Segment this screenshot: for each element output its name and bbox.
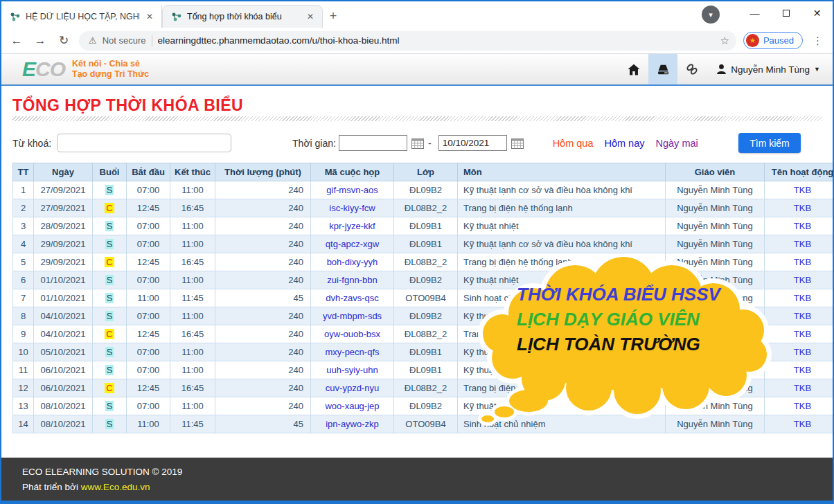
cell-start: 07:00: [127, 397, 170, 415]
meeting-code-link[interactable]: kpr-jyze-kkf: [329, 221, 375, 231]
meeting-code-link[interactable]: cuv-ypzd-nyu: [326, 383, 379, 393]
meeting-code-link[interactable]: uuh-syiy-uhn: [326, 365, 378, 375]
cell-date: 27/09/2021: [34, 199, 93, 217]
tab-tong-hop-tkb[interactable]: Tổng hợp thời khóa biểu ✕: [162, 5, 323, 28]
table-row: 429/09/2021S07:0011:00240qtg-apcz-xgwĐL0…: [13, 235, 834, 253]
cell-date: 04/10/2021: [34, 307, 93, 325]
user-menu[interactable]: Nguyễn Minh Tùng ▼: [707, 54, 820, 84]
tkb-link[interactable]: TKB: [794, 419, 811, 429]
meeting-code-link[interactable]: woo-xaug-jep: [325, 401, 379, 411]
forward-icon[interactable]: →: [32, 34, 48, 48]
tkb-link[interactable]: TKB: [794, 221, 811, 231]
cell-start: 12:45: [127, 199, 170, 217]
tab-he-du-lieu[interactable]: HỆ DỮ LIỆU HỌC TẬP, NGHIÊN C ✕: [1, 5, 162, 28]
today-link[interactable]: Hôm nay: [604, 138, 644, 149]
cell-date: 01/10/2021: [34, 289, 93, 307]
date-from-calendar-button[interactable]: [411, 138, 424, 149]
cell-duration: 240: [215, 325, 311, 343]
profile-paused-badge[interactable]: ★ Paused: [743, 32, 803, 49]
cell-date: 27/09/2021: [34, 181, 93, 199]
back-icon[interactable]: ←: [8, 34, 25, 48]
tab-close-icon[interactable]: ✕: [305, 12, 315, 21]
tkb-link[interactable]: TKB: [794, 311, 811, 321]
tkb-link[interactable]: TKB: [794, 347, 811, 357]
cell-meeting-code: uuh-syiy-uhn: [311, 361, 394, 379]
column-header: Kết thúc: [170, 163, 215, 181]
tab-favicon-icon: [171, 11, 182, 22]
tkb-link[interactable]: TKB: [794, 239, 811, 249]
close-button[interactable]: ✕: [801, 1, 833, 25]
yesterday-link[interactable]: Hôm qua: [553, 138, 594, 149]
cell-meeting-code: gif-msvn-aos: [311, 181, 394, 199]
eco-logo-text: ECO: [22, 57, 65, 81]
cell-date: 06/10/2021: [34, 361, 93, 379]
tkb-link[interactable]: TKB: [794, 257, 811, 267]
column-header: Bắt đầu: [127, 163, 170, 181]
tomorrow-link[interactable]: Ngày mai: [656, 138, 698, 149]
reload-icon[interactable]: ↻: [55, 33, 72, 48]
tkb-link[interactable]: TKB: [794, 365, 811, 375]
session-badge: S: [105, 347, 114, 357]
session-badge: S: [105, 239, 114, 249]
cell-end: 16:45: [170, 253, 215, 271]
bookmark-star-icon[interactable]: ☆: [720, 35, 729, 47]
tab-title: Tổng hợp thời khóa biểu: [187, 12, 301, 21]
cell-session: S: [93, 271, 127, 289]
session-badge: S: [105, 401, 114, 411]
meeting-code-link[interactable]: oyw-ouob-bsx: [324, 329, 380, 339]
cell-session: C: [93, 325, 127, 343]
tab-close-icon[interactable]: ✕: [145, 12, 154, 21]
home-nav-button[interactable]: [619, 54, 648, 84]
cell-end: 11:45: [170, 415, 215, 433]
schedule-nav-button[interactable]: [648, 54, 677, 84]
session-badge: S: [105, 275, 114, 285]
tkb-link[interactable]: TKB: [794, 203, 811, 213]
tkb-link[interactable]: TKB: [794, 329, 811, 339]
cell-meeting-code: zui-fgnn-bbn: [311, 271, 394, 289]
links-nav-button[interactable]: [677, 54, 707, 84]
date-from-input[interactable]: [339, 135, 407, 151]
cell-end: 11:00: [170, 397, 215, 415]
keyword-input[interactable]: [57, 134, 231, 152]
date-to-input[interactable]: [438, 135, 507, 151]
cell-date: 29/09/2021: [34, 253, 93, 271]
tkb-link[interactable]: TKB: [794, 185, 811, 195]
tkb-link[interactable]: TKB: [794, 275, 811, 285]
session-badge: C: [105, 203, 114, 213]
eco-logo[interactable]: ECO Kết nối - Chia sẻ Tạo dựng Tri Thức: [1, 54, 149, 84]
maximize-button[interactable]: [770, 1, 801, 25]
bubble-text: THỜI KHÓA BIỂU HSSV LỊCH DẠY GIÁO VIÊN L…: [517, 282, 720, 357]
meeting-code-link[interactable]: yvd-mbpm-sds: [323, 311, 382, 321]
cell-class: ĐL09B2: [394, 271, 458, 289]
minimize-button[interactable]: —: [739, 1, 770, 25]
date-to-calendar-button[interactable]: [511, 138, 524, 149]
cell-subject: Kỹ thuật nhiệt: [458, 217, 666, 235]
meeting-code-link[interactable]: ipn-aywo-zkp: [326, 419, 379, 429]
tkb-link[interactable]: TKB: [794, 401, 811, 411]
bubble-line-1: THỜI KHÓA BIỂU HSSV: [517, 282, 720, 307]
menu-kebab-icon[interactable]: ⋮: [810, 35, 826, 47]
footer-link[interactable]: www.Eco.edu.vn: [81, 482, 150, 492]
cell-activity: TKB: [765, 181, 834, 199]
search-button[interactable]: Tìm kiếm: [738, 133, 801, 153]
meeting-code-link[interactable]: isc-kiyy-fcw: [329, 203, 375, 213]
url-box[interactable]: ⚠ Not secure elearningdttec.phanmemdaota…: [79, 31, 736, 51]
meeting-code-link[interactable]: gif-msvn-aos: [326, 185, 378, 195]
media-control-icon[interactable]: ▾: [702, 6, 720, 24]
cell-session: S: [93, 217, 127, 235]
session-badge: C: [105, 257, 114, 267]
meeting-code-link[interactable]: qtg-apcz-xgw: [326, 239, 379, 249]
meeting-code-link[interactable]: dvh-zavs-qsc: [326, 293, 379, 303]
meeting-code-link[interactable]: boh-dixy-yyh: [327, 257, 378, 267]
cell-duration: 240: [215, 271, 311, 289]
new-tab-button[interactable]: +: [323, 5, 344, 28]
meeting-code-link[interactable]: zui-fgnn-bbn: [327, 275, 377, 285]
cell-class: ĐL09B1: [394, 361, 458, 379]
tkb-link[interactable]: TKB: [794, 383, 811, 393]
cell-meeting-code: qtg-apcz-xgw: [311, 235, 394, 253]
session-badge: C: [105, 383, 114, 393]
cell-teacher: Nguyễn Minh Tùng: [666, 217, 765, 235]
meeting-code-link[interactable]: mxy-pecn-qfs: [325, 347, 379, 357]
tkb-link[interactable]: TKB: [794, 293, 811, 303]
url-text[interactable]: elearningdttec.phanmemdaotao.com/u/thoi-…: [158, 35, 715, 46]
